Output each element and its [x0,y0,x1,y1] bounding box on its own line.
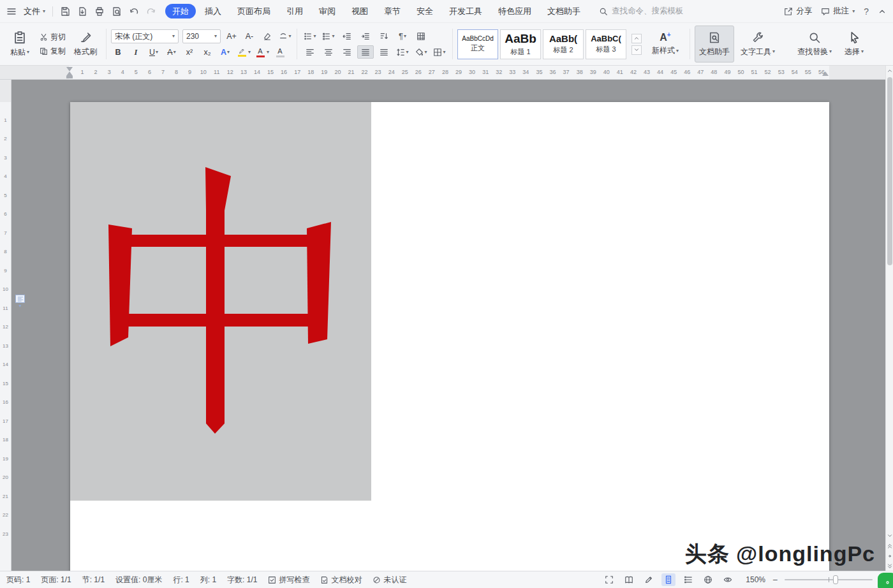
web-view-button[interactable] [701,573,715,586]
eye-protection-button[interactable] [721,573,735,586]
print-preview-icon[interactable] [112,6,122,17]
menu-tab-页面布局[interactable]: 页面布局 [230,4,277,18]
style-card[interactable]: AaBb标题 1 [500,29,541,59]
read-view-button[interactable] [622,573,636,586]
align-center-button[interactable] [320,45,337,59]
select-button[interactable]: 选择▾ [838,26,870,62]
save-icon[interactable] [60,6,70,17]
previous-page-button[interactable] [886,541,893,550]
menu-tab-文档助手[interactable]: 文档助手 [540,4,587,18]
sort-button[interactable] [376,29,392,43]
ink-view-button[interactable] [642,573,656,586]
menu-tab-视图[interactable]: 视图 [344,4,375,18]
h-ruler[interactable]: 1234567891011121314151617181920212223242… [0,66,885,80]
style-gallery-down-button[interactable] [631,45,642,55]
main-menu-icon[interactable] [6,6,17,17]
command-search[interactable]: 查找命令、搜索模板 [599,6,684,17]
find-replace-button[interactable]: 查找替换▾ [795,26,834,62]
justify-button[interactable] [357,45,374,59]
v-ruler[interactable]: 1234567891011121314151617181920212223 [0,80,11,571]
assistant-floating-icon[interactable] [878,573,893,588]
status-field[interactable]: 设置值: 0厘米 [115,575,162,585]
show-marks-button[interactable]: ¶▾ [394,29,411,43]
outline-view-button[interactable] [681,573,695,586]
spellcheck-button[interactable]: 拼写检查 [268,575,309,585]
menu-tab-安全[interactable]: 安全 [410,4,440,18]
menu-tab-开始[interactable]: 开始 [165,4,196,18]
cut-button[interactable]: 剪切 [40,31,66,43]
status-field[interactable]: 页面: 1/1 [41,575,71,585]
clear-format-button[interactable] [260,30,274,43]
next-page-button[interactable] [886,561,893,571]
menu-tab-开发工具[interactable]: 开发工具 [442,4,489,18]
new-style-button[interactable]: A+ 新样式▾ [646,26,685,62]
line-spacing-button[interactable]: ▾ [394,45,411,59]
file-menu-button[interactable]: 文件 ▾ [24,6,45,17]
bold-button[interactable]: B [111,46,125,59]
indent-button[interactable] [357,29,374,43]
italic-button[interactable]: I [129,46,143,59]
status-field[interactable]: 节: 1/1 [82,575,105,585]
superscript-button[interactable]: x² [182,46,196,59]
char-shading-button[interactable]: A [273,46,287,59]
format-painter-button[interactable]: 格式刷 [70,26,101,62]
menu-tab-特色应用[interactable]: 特色应用 [491,4,538,18]
share-button[interactable]: 分享 [784,6,812,17]
bullets-button[interactable]: ▾ [302,29,318,43]
help-button[interactable]: ? [864,6,869,17]
style-gallery-up-button[interactable] [631,34,642,43]
status-field[interactable]: 列: 1 [200,575,216,585]
doc-assistant-button[interactable]: 文档助手 [695,26,734,62]
grow-font-button[interactable]: A+ [225,30,239,43]
align-right-button[interactable] [339,45,355,59]
zoom-slider-handle[interactable] [833,575,838,584]
borders-button[interactable]: ▾ [431,45,448,59]
style-card[interactable]: AaBb(标题 2 [543,29,584,59]
align-left-button[interactable] [302,45,318,59]
font-family-select[interactable]: 宋体 (正文) ▾ [111,29,179,43]
shading-button[interactable]: ▾ [413,45,429,59]
outdent-button[interactable] [339,29,355,43]
shrink-font-button[interactable]: A- [242,30,256,43]
undo-icon[interactable] [129,6,139,17]
pinyin-guide-button[interactable]: ▾ [278,30,292,43]
strikethrough-button[interactable]: A▾ [165,46,179,59]
print-icon[interactable] [94,6,105,17]
subscript-button[interactable]: x₂ [200,46,214,59]
paragraph-layout-button[interactable]: ▾ [15,295,25,309]
zoom-out-button[interactable]: − [771,575,779,585]
tab-stops-button[interactable] [413,29,429,43]
browse-object-button[interactable] [886,551,893,561]
left-indent-marker[interactable] [66,76,73,78]
document-page[interactable]: 中 [70,102,829,571]
zoom-slider[interactable] [785,579,873,580]
zoom-value[interactable]: 150% [746,575,765,584]
font-size-select[interactable]: 230 ▾ [182,29,221,43]
scroll-up-button[interactable] [886,66,893,75]
numbering-button[interactable]: ▾ [320,29,337,43]
fullscreen-view-button[interactable] [602,573,616,586]
style-card[interactable]: AaBbCcDd正文 [457,29,498,59]
proofread-button[interactable]: 文档校对 [320,575,362,585]
status-field[interactable]: 字数: 1/1 [227,575,257,585]
style-card[interactable]: AaBbC(标题 3 [586,29,626,59]
redo-icon[interactable] [146,6,156,17]
paste-button[interactable]: 粘贴▾ [4,26,36,62]
scrollbar-thumb[interactable] [887,77,892,265]
collapse-ribbon-icon[interactable] [878,7,887,16]
certification-status[interactable]: 未认证 [373,575,406,585]
export-pdf-icon[interactable] [77,6,87,17]
menu-tab-章节[interactable]: 章节 [377,4,408,18]
hanging-indent-marker[interactable] [66,71,73,76]
status-field[interactable]: 行: 1 [173,575,189,585]
status-field[interactable]: 页码: 1 [6,575,30,585]
font-color-button[interactable]: A ▾ [255,46,269,59]
text-effects-button[interactable]: A▾ [218,46,232,59]
scroll-down-button[interactable] [886,531,893,540]
menu-tab-引用[interactable]: 引用 [279,4,310,18]
page-view-button[interactable] [661,573,675,586]
vertical-scrollbar[interactable] [885,66,893,571]
menu-tab-审阅[interactable]: 审阅 [312,4,343,18]
menu-tab-插入[interactable]: 插入 [198,4,228,18]
underline-button[interactable]: U▾ [147,46,161,59]
